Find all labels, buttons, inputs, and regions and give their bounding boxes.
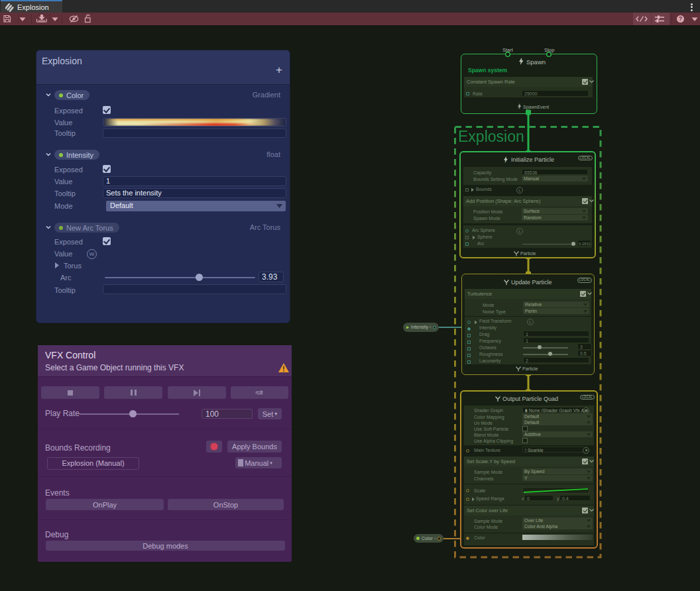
svg-text:Explosion: Explosion	[458, 128, 524, 145]
